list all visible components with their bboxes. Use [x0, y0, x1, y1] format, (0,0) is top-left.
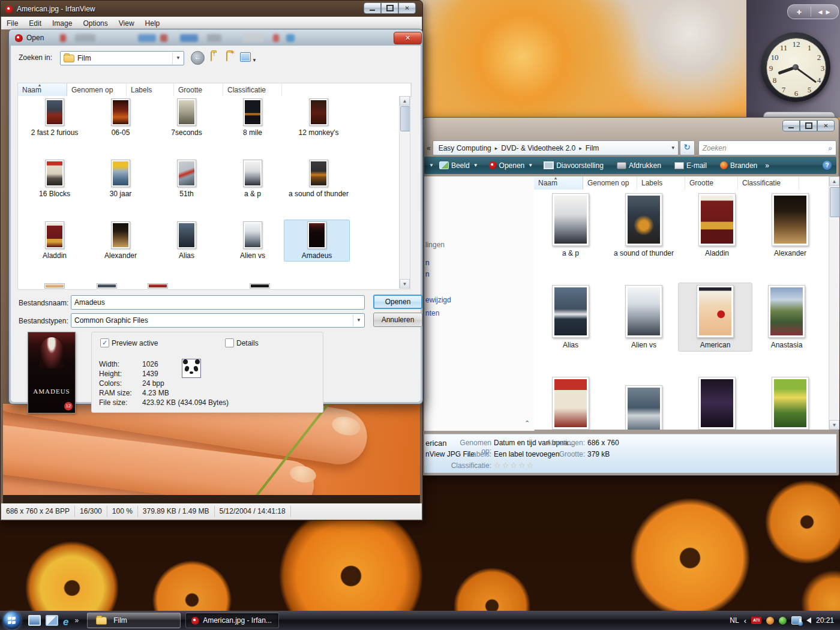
- file-item[interactable]: [534, 377, 607, 430]
- show-desktop-icon[interactable]: [28, 615, 41, 626]
- scroll-up-icon[interactable]: ▲: [829, 176, 839, 186]
- tray-icon-orange[interactable]: [766, 617, 774, 625]
- file-thumbnail-partial[interactable]: [44, 283, 65, 289]
- filetype-select[interactable]: Common Graphic Files ▼: [71, 313, 365, 328]
- rating-stars[interactable]: ☆☆☆☆☆: [494, 461, 535, 470]
- quick-launch-more-icon[interactable]: »: [74, 616, 79, 625]
- column-header-classificatie[interactable]: Classificatie: [738, 176, 799, 190]
- taskbar-button-irfanview[interactable]: American.jpg - Irfan...: [185, 613, 279, 628]
- file-item[interactable]: Anastasia: [750, 285, 823, 349]
- menu-edit[interactable]: Edit: [23, 19, 47, 28]
- view-menu-icon[interactable]: ▼: [240, 52, 257, 65]
- minimize-button[interactable]: [364, 2, 381, 14]
- file-item[interactable]: Alias: [154, 221, 220, 260]
- menu-options[interactable]: Options: [77, 19, 113, 28]
- file-item[interactable]: 16 Blocks: [22, 160, 88, 198]
- toolbar-beeld-button[interactable]: Beeld▼: [439, 161, 478, 170]
- toolbar-openen-button[interactable]: Openen▼: [489, 161, 533, 170]
- sidebar-gadget-controls[interactable]: + ◀▶: [787, 4, 839, 19]
- file-item[interactable]: a & p: [534, 193, 607, 257]
- vertical-scrollbar[interactable]: ▲ ▼: [829, 176, 839, 430]
- breadcrumb[interactable]: Easy Computing ▸ DVD- & Videotheek 2.0 ▸…: [433, 140, 679, 155]
- file-item[interactable]: 30 jaar: [88, 160, 154, 198]
- file-item[interactable]: Alias: [534, 285, 607, 349]
- file-item[interactable]: Alexander: [754, 193, 827, 257]
- file-item[interactable]: Aladdin: [22, 221, 88, 260]
- clock-gadget[interactable]: 12 1 2 3 4 5 6 7 8 9 10 11: [761, 32, 830, 102]
- nav-link-fragment[interactable]: nten: [425, 309, 439, 317]
- file-item[interactable]: a sound of thunder: [607, 193, 680, 257]
- close-button[interactable]: ✕: [817, 120, 835, 131]
- scrollbar-thumb[interactable]: [830, 187, 840, 217]
- gadgets-next-icon[interactable]: ▶: [826, 9, 834, 15]
- column-header-genomen-op[interactable]: Genomen op: [583, 176, 637, 190]
- combobox-dropdown-icon[interactable]: ▼: [353, 314, 364, 326]
- back-icon[interactable]: ←: [191, 51, 205, 65]
- scroll-down-icon[interactable]: ▼: [400, 279, 410, 289]
- file-item[interactable]: a & p: [220, 160, 286, 198]
- maximize-button[interactable]: [381, 2, 398, 14]
- minimize-button[interactable]: [782, 120, 800, 131]
- taskbar-clock[interactable]: 20:21: [816, 616, 834, 625]
- toolbar-afdrukken-button[interactable]: Afdrukken: [617, 161, 664, 170]
- file-item[interactable]: 12 monkey's: [286, 98, 352, 137]
- file-item[interactable]: Alexander: [88, 221, 154, 260]
- nav-link-fragment[interactable]: n: [425, 270, 430, 278]
- preview-active-checkbox[interactable]: ✓: [100, 338, 109, 347]
- search-icon[interactable]: ⌕: [828, 144, 832, 152]
- internet-explorer-icon[interactable]: e: [63, 616, 68, 625]
- breadcrumb-overflow-icon[interactable]: «: [427, 144, 431, 152]
- column-header-grootte[interactable]: Grootte: [685, 176, 738, 190]
- switch-windows-icon[interactable]: [46, 615, 58, 626]
- new-folder-icon[interactable]: ✶: [223, 52, 236, 65]
- toolbar-more-icon[interactable]: »: [765, 161, 769, 170]
- column-header-naam[interactable]: ▲Naam: [534, 176, 583, 190]
- irfanview-titlebar[interactable]: American.jpg - IrfanView: [5, 4, 95, 14]
- scrollbar-thumb[interactable]: [400, 106, 410, 131]
- gadgets-prev-icon[interactable]: ◀: [818, 9, 826, 15]
- nav-link-fragment[interactable]: ewijzigd: [425, 296, 451, 304]
- file-item[interactable]: 8 mile: [220, 98, 286, 137]
- file-thumbnail-partial[interactable]: [97, 283, 117, 289]
- menu-view[interactable]: View: [113, 19, 140, 28]
- file-item-selected[interactable]: Amadeus: [284, 220, 350, 262]
- column-header-grootte[interactable]: Grootte: [174, 83, 223, 97]
- help-icon[interactable]: ?: [823, 161, 832, 170]
- column-header-labels[interactable]: Labels: [127, 83, 174, 97]
- start-button[interactable]: [3, 611, 21, 629]
- organize-dropdown-icon[interactable]: ▼: [429, 163, 434, 168]
- menu-help[interactable]: Help: [140, 19, 166, 28]
- dialog-titlebar[interactable]: Open: [15, 32, 44, 43]
- toolbar-branden-button[interactable]: Branden: [720, 161, 760, 170]
- breadcrumb-dropdown-icon[interactable]: ▼: [671, 145, 676, 151]
- file-item[interactable]: Aladdin: [680, 193, 754, 257]
- scroll-down-icon[interactable]: ▼: [829, 420, 839, 430]
- file-item-selected[interactable]: American: [678, 283, 752, 352]
- filename-input[interactable]: Amadeus: [71, 295, 365, 310]
- ati-tray-icon[interactable]: ATI: [751, 617, 761, 624]
- details-collapse-icon[interactable]: ⌃: [524, 419, 530, 427]
- file-item[interactable]: 2 fast 2 furious: [22, 98, 88, 137]
- volume-icon[interactable]: [806, 617, 811, 623]
- file-item[interactable]: 06-05: [88, 98, 154, 137]
- toolbar-diavoorstelling-button[interactable]: Diavoorstelling: [544, 161, 606, 170]
- column-header-naam[interactable]: ▲Naam: [18, 83, 67, 97]
- file-item[interactable]: Alien vs: [607, 285, 680, 349]
- taskbar-button-film[interactable]: Film: [87, 613, 181, 628]
- language-indicator[interactable]: NL: [730, 616, 739, 625]
- column-header-labels[interactable]: Labels: [637, 176, 685, 190]
- combobox-dropdown-icon[interactable]: ▼: [172, 52, 184, 64]
- tray-icon-green[interactable]: [779, 617, 787, 625]
- file-item[interactable]: [680, 377, 754, 430]
- breadcrumb-item[interactable]: Film: [583, 144, 602, 152]
- dialog-close-button[interactable]: ✕: [394, 32, 422, 44]
- file-thumbnail-partial[interactable]: [148, 283, 168, 289]
- details-checkbox[interactable]: [225, 338, 234, 347]
- menu-file[interactable]: File: [1, 19, 23, 28]
- file-item[interactable]: 7seconds: [154, 98, 220, 137]
- file-item[interactable]: Alien vs: [220, 221, 286, 260]
- nav-link-fragment[interactable]: n: [425, 259, 430, 267]
- add-gadget-button[interactable]: +: [788, 7, 811, 17]
- refresh-button[interactable]: ↻: [680, 140, 695, 155]
- breadcrumb-item[interactable]: Easy Computing: [436, 144, 494, 152]
